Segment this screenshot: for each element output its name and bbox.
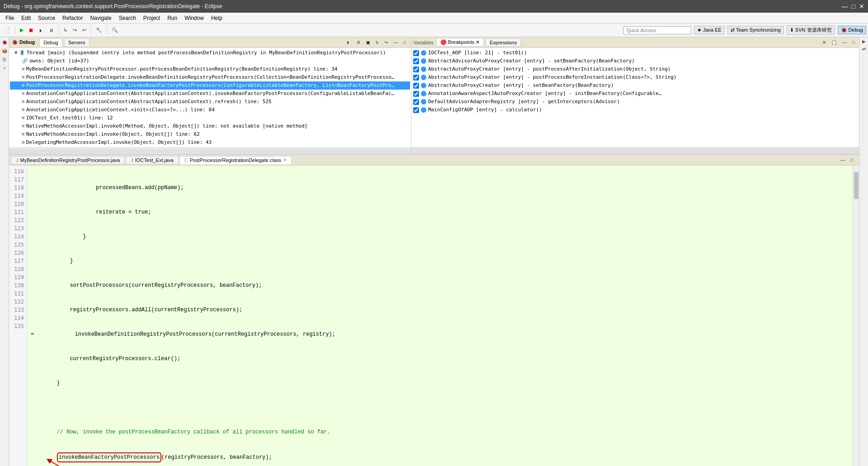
thread-item[interactable]: ▼ 🧵 Thread [main] (Suspended (entry into… — [10, 49, 410, 57]
debug-maximize[interactable]: □ — [401, 38, 408, 46]
bp-minimize[interactable]: — — [840, 38, 849, 46]
bp-item-6[interactable]: DefaultAdvisorAdapterRegistry [entry] - … — [412, 98, 858, 106]
stack-frame-1[interactable]: ≡ PostProcessorRegistrationDelegate.invo… — [10, 73, 410, 81]
menu-edit[interactable]: Edit — [18, 14, 34, 22]
bp-check-7[interactable] — [413, 107, 419, 113]
menu-help[interactable]: Help — [208, 14, 226, 22]
stack-frame-6[interactable]: ≡ IOCTest_Ext.test01() line: 12 — [10, 114, 410, 122]
bp-check-4[interactable] — [413, 83, 419, 89]
perspective-svn[interactable]: ⬇ SVN 资源库研究 — [787, 25, 835, 35]
bp-item-2[interactable]: AbstractAutoProxyCreator [entry] - postP… — [412, 65, 858, 73]
right-panel-header: Variables 🛑 Breakpoints ✕ Expressions ✕ … — [411, 37, 859, 48]
stack-owns[interactable]: 🔗 owns: Object (id=37) — [10, 57, 410, 65]
editor-tab-1[interactable]: J IOCTest_Ext.java — [126, 156, 178, 164]
toolbar-new[interactable]: 📄 — [2, 26, 13, 34]
scrollbar-thumb-v[interactable] — [854, 172, 859, 199]
ln-123: 123 — [9, 224, 24, 233]
toolbar-debug[interactable]: ▶ — [18, 26, 26, 34]
bp-check-5[interactable] — [413, 91, 419, 97]
frame-icon-3: ≡ — [22, 90, 25, 97]
menu-project[interactable]: Project — [140, 14, 164, 22]
bp-item-3[interactable]: AbstractAutoProxyCreator [entry] - postP… — [412, 73, 858, 81]
sidebar-icon-task[interactable]: ✓ — [2, 65, 7, 71]
stack-frame-9[interactable]: ≡ DelegatingMethodAccessorImpl.invoke(Ob… — [10, 138, 410, 147]
editor-minimize-btn[interactable]: — — [838, 156, 847, 164]
ln-121: 121 — [9, 208, 24, 216]
toolbar-build[interactable]: 🔧 — [94, 26, 104, 34]
toolbar-resume[interactable]: ⏵ — [36, 26, 46, 34]
bp-item-4[interactable]: AbstractAutoProxyCreator [entry] - setBe… — [412, 81, 858, 90]
breakpoints-content[interactable]: IOCTest_AOP [line: 21] - test01() Abstra… — [411, 48, 859, 147]
toolbar-sep-3 — [91, 26, 91, 35]
stack-frame-0[interactable]: ≡ MyBeanDefinitionRegistryPostProcessor.… — [10, 65, 410, 73]
editor-tab-0[interactable]: J MyBeanDefinitionRegistryPostProcessor.… — [11, 156, 125, 164]
debug-toolbar-btn-1[interactable]: ⏵ — [344, 38, 353, 46]
debug-tab-debug[interactable]: Debug — [39, 38, 62, 47]
right-sidebar-icon-1[interactable]: ▶ — [861, 38, 867, 45]
frame-label-6: IOCTest_Ext.test01() line: 12 — [26, 114, 113, 122]
toolbar-step-into[interactable]: ↳ — [61, 26, 70, 34]
breakpoints-tab[interactable]: 🛑 Breakpoints ✕ — [436, 38, 484, 47]
sidebar-icon-pkg[interactable]: 📦 — [1, 48, 8, 54]
bp-check-1[interactable] — [413, 58, 419, 64]
toolbar-suspend[interactable]: ⏸ — [47, 26, 56, 34]
stack-frame-4[interactable]: ≡ AnnotationConfigApplicationContext(Abs… — [10, 98, 410, 106]
stack-frame-2[interactable]: ≡ PostProcessorRegistrationDelegate.invo… — [10, 81, 410, 90]
debug-scrollbar-h[interactable] — [9, 149, 411, 153]
sidebar-icon-outline[interactable]: ☰ — [1, 56, 7, 63]
bp-maximize[interactable]: □ — [850, 38, 857, 46]
perspective-team-sync[interactable]: ⇄ Team Synchronizing — [727, 26, 784, 34]
stack-frame-8[interactable]: ≡ NativeMethodAccessorImpl.invoke(Object… — [10, 130, 410, 138]
bp-check-3[interactable] — [413, 75, 419, 81]
debug-toolbar-btn-4[interactable]: ↳ — [373, 38, 381, 46]
minimize-button[interactable]: — — [842, 3, 848, 10]
window-controls[interactable]: — □ ✕ — [842, 3, 864, 10]
stack-frame-5[interactable]: ≡ AnnotationConfigApplicationContext.<in… — [10, 106, 410, 114]
menu-file[interactable]: File — [2, 14, 18, 22]
maximize-button[interactable]: □ — [852, 3, 855, 10]
bp-toolbar-1[interactable]: ✕ — [820, 38, 828, 46]
frame-label-9: DelegatingMethodAccessorImpl.invoke(Obje… — [26, 139, 212, 146]
bp-item-7[interactable]: MainConfigOfAOP [entry] - calculator() — [412, 106, 858, 114]
owns-label: owns: Object (id=37) — [29, 57, 89, 65]
debug-toolbar-btn-5[interactable]: ↪ — [382, 38, 390, 46]
stack-frame-3[interactable]: ≡ AnnotationConfigApplicationContext(Abs… — [10, 90, 410, 98]
menu-navigate[interactable]: Navigate — [86, 14, 115, 22]
stack-frame-7[interactable]: ≡ NativeMethodAccessorImpl.invoke0(Metho… — [10, 122, 410, 130]
editor-scrollbar-v[interactable] — [853, 166, 859, 466]
bp-item-5[interactable]: AnnotationAwareAspectJAutoProxyCreator [… — [412, 90, 858, 98]
ln-130: 130 — [9, 281, 24, 290]
bp-check-2[interactable] — [413, 67, 419, 72]
toolbar-step-return[interactable]: ↩ — [80, 26, 89, 34]
bp-item-0[interactable]: IOCTest_AOP [line: 21] - test01() — [412, 49, 858, 57]
debug-minimize[interactable]: — — [391, 38, 400, 46]
debug-content[interactable]: ▼ 🧵 Thread [main] (Suspended (entry into… — [9, 48, 411, 147]
perspective-debug[interactable]: 🐞 Debug — [838, 26, 866, 34]
bp-check-0[interactable] — [413, 50, 419, 56]
right-sidebar-icon-2[interactable]: ⇄ — [861, 46, 867, 52]
sidebar-icon-debug[interactable]: 🐞 — [1, 39, 8, 46]
perspective-java-ee[interactable]: ★ Java EE — [694, 26, 725, 34]
debug-toolbar-btn-3[interactable]: ◼ — [364, 38, 372, 46]
bp-item-1[interactable]: AbstractAdvisorAutoProxyCreator [entry] … — [412, 57, 858, 65]
menu-refactor[interactable]: Refactor — [59, 14, 86, 22]
bp-scrollbar-h[interactable] — [411, 147, 859, 154]
debug-tab-servers[interactable]: Servers — [64, 38, 90, 47]
quick-access-input[interactable] — [623, 26, 691, 34]
menu-run[interactable]: Run — [164, 14, 181, 22]
menu-search[interactable]: Search — [115, 14, 140, 22]
editor-maximize-btn[interactable]: □ — [848, 156, 855, 164]
expressions-tab[interactable]: Expressions — [486, 38, 521, 47]
menu-window[interactable]: Window — [181, 14, 208, 22]
code-line-121: registryProcessors.addAll(currentRegistr… — [31, 306, 849, 314]
menu-source[interactable]: Source — [34, 14, 59, 22]
close-button[interactable]: ✕ — [859, 3, 864, 10]
bp-toolbar-2[interactable]: 📋 — [829, 38, 839, 46]
toolbar-step-over[interactable]: ↪ — [71, 26, 79, 34]
editor-tab-2[interactable]: C PostProcessorRegistrationDelegate.clas… — [179, 156, 292, 164]
debug-toolbar-btn-2[interactable]: ⏸ — [354, 38, 363, 46]
code-area[interactable]: processedBeans.add(ppName); reiterate = … — [27, 166, 853, 466]
bp-check-6[interactable] — [413, 99, 419, 105]
toolbar-search[interactable]: 🔍 — [109, 26, 120, 34]
toolbar-stop[interactable]: ◼ — [27, 26, 35, 34]
